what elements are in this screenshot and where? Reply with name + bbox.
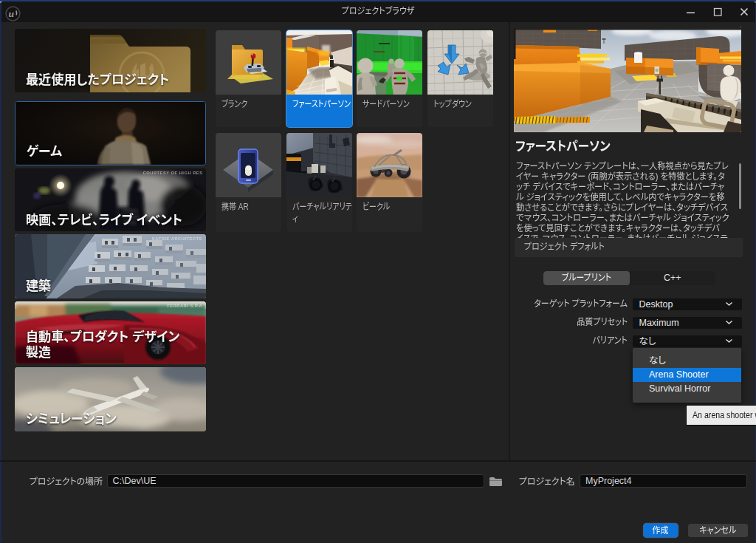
svg-text:u: u [9,8,15,19]
